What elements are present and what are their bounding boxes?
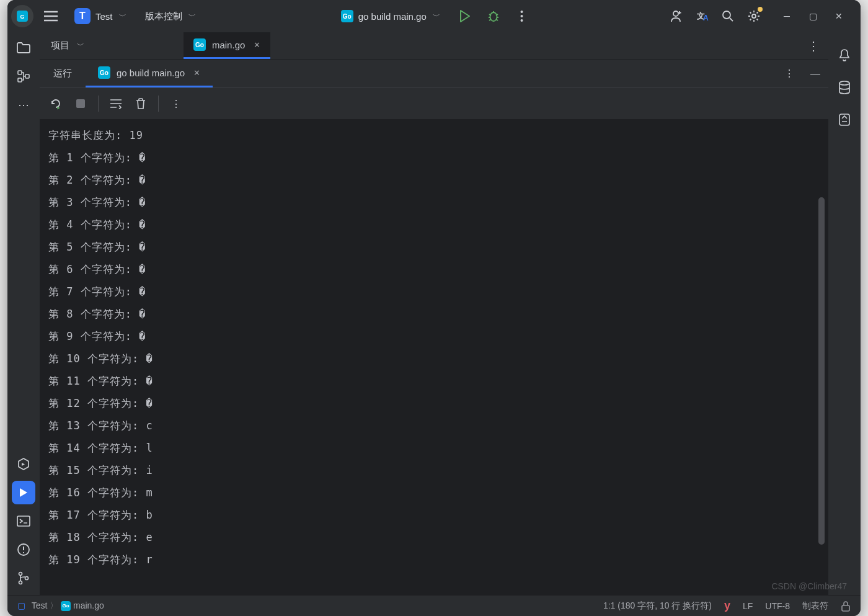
svg-rect-11 [18, 71, 22, 74]
toolbar-right-group: 文A ─ ▢ ✕ [665, 5, 852, 27]
svg-rect-22 [842, 605, 849, 611]
svg-rect-12 [18, 78, 22, 82]
database-tool-button[interactable] [833, 76, 856, 99]
run-tool-label: 运行 [53, 68, 72, 79]
structure-tool-button[interactable] [12, 65, 35, 88]
console-line: 第 15 个字符为: i [48, 459, 828, 481]
run-configuration-selector[interactable]: go build main.go ﹀ [334, 6, 448, 26]
toolbar-more-button[interactable]: ⋮ [165, 92, 187, 115]
console-line: 第 7 个字符为: � [48, 280, 828, 303]
code-with-me-button[interactable] [665, 5, 687, 27]
search-everywhere-button[interactable] [717, 5, 739, 27]
terminal-tool-button[interactable] [12, 509, 35, 533]
upper-tabs-row: 项目 ﹀ main.go ✕ ⋮ [40, 32, 828, 60]
line-separator-widget[interactable]: LF [743, 601, 753, 611]
input-method-indicator[interactable]: y [724, 599, 730, 612]
console-line: 第 16 个字符为: m [48, 481, 828, 504]
minimize-button[interactable]: ─ [774, 5, 800, 27]
left-tool-rail: ⋯ [7, 32, 40, 595]
editor-tab-main-go[interactable]: main.go ✕ [184, 32, 270, 59]
vcs-tool-button[interactable] [12, 566, 35, 590]
notifications-button[interactable] [833, 43, 856, 67]
svg-rect-19 [76, 99, 85, 108]
console-line: 第 18 个字符为: e [48, 526, 828, 548]
console-line: 第 3 个字符为: � [48, 191, 828, 213]
vcs-label: 版本控制 [145, 11, 182, 22]
settings-button[interactable] [743, 5, 765, 27]
console-line: 第 14 个字符为: l [48, 437, 828, 459]
svg-point-18 [25, 577, 29, 580]
console-line: 第 11 个字符为: � [48, 370, 828, 392]
hide-run-panel-button[interactable]: — [802, 60, 828, 87]
window-controls: ─ ▢ ✕ [774, 5, 852, 27]
product-logo: G [11, 5, 33, 27]
console-line: 第 19 个字符为: r [48, 548, 828, 571]
more-run-options[interactable] [511, 5, 533, 27]
module-icon: ▢ [17, 600, 25, 610]
debug-button[interactable] [482, 5, 505, 27]
toolbar-divider [98, 96, 99, 112]
ide-window: G T Test ﹀ 版本控制 ﹀ go build main.go ﹀ [7, 0, 861, 616]
project-name-label: Test [95, 11, 113, 22]
project-tool-button[interactable] [12, 36, 35, 60]
ai-assistant-button[interactable] [833, 108, 856, 132]
soft-wrap-button[interactable] [105, 92, 127, 115]
run-options-button[interactable]: ⋮ [776, 60, 802, 87]
chevron-down-icon: ﹀ [188, 11, 196, 22]
cursor-position-widget[interactable]: 1:1 (180 字符, 10 行 换行符) [603, 600, 712, 612]
console-line: 第 4 个字符为: � [48, 213, 828, 236]
translate-button[interactable]: 文A [691, 5, 713, 27]
main-menu-button[interactable] [40, 5, 62, 27]
indent-widget[interactable]: 制表符 [802, 600, 828, 612]
close-tab-icon[interactable]: ✕ [193, 68, 200, 78]
readonly-lock-icon[interactable] [841, 600, 851, 612]
console-line: 第 2 个字符为: � [48, 169, 828, 191]
run-toolbar: ⋮ [40, 88, 828, 119]
editor-tabs-more-button[interactable]: ⋮ [799, 32, 828, 59]
console-scrollbar[interactable] [818, 123, 825, 591]
editor-tab-label: main.go [212, 40, 245, 50]
breadcrumb[interactable]: ▢ Test 〉 main.go [17, 600, 104, 612]
project-selector[interactable]: T Test ﹀ [68, 6, 133, 27]
clear-all-button[interactable] [130, 92, 152, 115]
project-view-label: 项目 [51, 40, 69, 51]
close-window-button[interactable]: ✕ [826, 5, 852, 27]
body-row: ⋯ [7, 32, 861, 595]
run-tool-button[interactable] [12, 481, 35, 504]
problems-tool-button[interactable] [12, 538, 35, 561]
run-target-label: go build main.go [358, 11, 427, 22]
svg-point-10 [752, 14, 756, 18]
run-config-tab[interactable]: go build main.go ✕ [86, 60, 213, 87]
rerun-button[interactable] [45, 92, 67, 115]
run-tool-tab[interactable]: 运行 [40, 60, 86, 87]
status-bar: ▢ Test 〉 main.go 1:1 (180 字符, 10 行 换行符) … [7, 595, 861, 616]
svg-point-20 [839, 81, 849, 85]
svg-point-16 [19, 573, 22, 576]
vcs-widget[interactable]: 版本控制 ﹀ [139, 8, 202, 25]
close-tab-icon[interactable]: ✕ [254, 40, 260, 50]
console-line: 第 13 个字符为: c [48, 414, 828, 437]
encoding-widget[interactable]: UTF-8 [765, 601, 790, 611]
services-tool-button[interactable] [12, 452, 35, 476]
console-line: 第 12 个字符为: � [48, 392, 828, 414]
maximize-button[interactable]: ▢ [800, 5, 826, 27]
console-output[interactable]: 字符串长度为: 19第 1 个字符为: �第 2 个字符为: �第 3 个字符为… [40, 119, 828, 595]
svg-point-4 [521, 15, 523, 17]
run-button[interactable] [454, 5, 476, 27]
stop-button[interactable] [69, 92, 92, 115]
more-tools-button[interactable]: ⋯ [12, 93, 35, 117]
go-file-icon [341, 10, 353, 22]
run-config-label: go build main.go [117, 68, 185, 78]
go-file-icon [61, 601, 71, 611]
svg-rect-14 [17, 516, 30, 526]
console-line: 第 17 个字符为: b [48, 504, 828, 526]
project-letter-badge: T [74, 8, 91, 24]
console-line: 第 1 个字符为: � [48, 146, 828, 169]
project-view-dropdown[interactable]: 项目 ﹀ [40, 32, 95, 59]
scrollbar-thumb[interactable] [818, 197, 825, 545]
main-toolbar: G T Test ﹀ 版本控制 ﹀ go build main.go ﹀ [7, 0, 861, 32]
svg-point-5 [521, 19, 523, 22]
center-column: 项目 ﹀ main.go ✕ ⋮ 运行 go build main [40, 32, 828, 595]
svg-point-3 [521, 11, 523, 13]
toolbar-divider [158, 96, 159, 112]
